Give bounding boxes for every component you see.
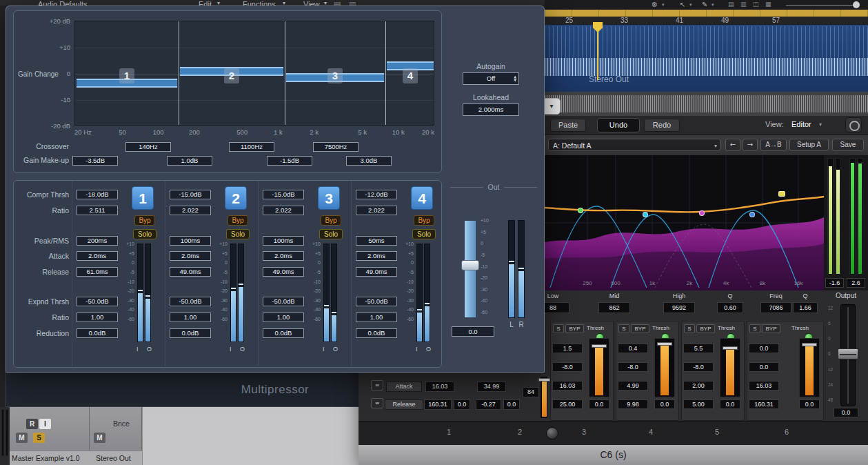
strip-field[interactable]: 160.31 bbox=[749, 399, 779, 409]
strip-field[interactable]: -8.0 bbox=[618, 362, 648, 372]
eq-node-mid[interactable] bbox=[699, 210, 705, 216]
cycle-region-band[interactable] bbox=[545, 10, 868, 17]
input-monitor-button[interactable]: I bbox=[39, 419, 51, 429]
prev-preset-button[interactable]: ← bbox=[725, 139, 740, 151]
partial-field[interactable]: 84 bbox=[523, 387, 539, 397]
reduction-field[interactable]: 0.0dB bbox=[263, 328, 304, 338]
track-name-row[interactable]: Master Example v1.0 bbox=[10, 451, 90, 465]
reduction-field[interactable]: 0.0dB bbox=[77, 328, 118, 338]
panel-toggle-icon[interactable]: ▦ bbox=[765, 1, 771, 8]
strip-field[interactable]: 16.03 bbox=[552, 381, 583, 390]
strip-field[interactable]: 0.4 bbox=[618, 344, 648, 353]
attack-field[interactable]: 2.0ms bbox=[170, 251, 211, 261]
track-header-stereo-out[interactable]: Bnce M Stereo Out bbox=[90, 407, 142, 465]
view-editor-dropdown[interactable]: Editor bbox=[791, 120, 811, 128]
attack-field[interactable]: 2.0ms bbox=[263, 251, 304, 261]
band-menu-button[interactable]: ≡ bbox=[371, 380, 383, 390]
track-header-master[interactable]: R I M S Master Example v1.0 bbox=[10, 407, 90, 465]
undo-button[interactable]: Undo bbox=[597, 118, 640, 132]
out-value-field[interactable]: 0.0 bbox=[452, 326, 494, 337]
strip-solo-button[interactable]: S bbox=[618, 324, 629, 333]
crossover-field[interactable]: 1100Hz bbox=[229, 142, 274, 152]
lookahead-field[interactable]: 2.000ms bbox=[463, 103, 519, 116]
output-fader-handle[interactable] bbox=[838, 348, 858, 359]
eq-node-low[interactable] bbox=[578, 208, 583, 213]
strip-meter-fader[interactable] bbox=[589, 338, 609, 397]
strip-meter-fader[interactable] bbox=[654, 338, 675, 397]
attack-field[interactable]: 2.0ms bbox=[77, 251, 118, 261]
attack-field[interactable]: 2.0ms bbox=[356, 251, 397, 261]
compr-thresh-field[interactable]: -15.0dB bbox=[170, 190, 211, 199]
expand-thresh-field[interactable]: -50.0dB bbox=[356, 297, 397, 306]
band-bypass-button[interactable]: Byp bbox=[321, 215, 341, 226]
strip-field[interactable]: 16.03 bbox=[749, 381, 779, 390]
band-bypass-button[interactable]: Byp bbox=[414, 215, 434, 226]
strip-meter-fader[interactable] bbox=[720, 338, 740, 397]
save-button[interactable]: Save bbox=[832, 139, 864, 151]
strip-field[interactable]: -8.0 bbox=[683, 362, 714, 372]
crossover-field[interactable]: 140Hz bbox=[125, 142, 171, 152]
menu-edit[interactable]: Edit bbox=[199, 0, 212, 6]
gear-icon[interactable]: ⚙ bbox=[652, 1, 658, 8]
track-disclosure-button[interactable]: ▾ bbox=[543, 98, 561, 115]
strip-field[interactable]: 5.5 bbox=[683, 344, 714, 353]
expand-thresh-field[interactable]: -50.0dB bbox=[77, 297, 118, 306]
zoom-slider-track[interactable] bbox=[786, 5, 858, 6]
bounce-button[interactable]: Bnce bbox=[113, 419, 130, 428]
preset-name-field[interactable]: A: Default A ▾ bbox=[548, 139, 720, 151]
track-name-row[interactable]: Stereo Out bbox=[90, 451, 142, 465]
link-icon[interactable] bbox=[845, 117, 862, 132]
eq-node-high[interactable] bbox=[778, 191, 785, 197]
band-menu-button[interactable]: ≡ bbox=[371, 398, 383, 408]
band-solo-button[interactable]: Solo bbox=[226, 229, 250, 239]
strip-gain-field[interactable]: 0.0 bbox=[720, 399, 740, 409]
gain-makeup-field[interactable]: -1.5dB bbox=[267, 156, 312, 166]
release-field[interactable]: 49.0ms bbox=[263, 267, 304, 277]
strip-field[interactable]: 0.0 bbox=[749, 362, 779, 372]
compr-thresh-field[interactable]: -12.0dB bbox=[356, 190, 397, 199]
panel-toggle-icon[interactable]: ◫ bbox=[753, 1, 759, 8]
gain-makeup-field[interactable]: -3.5dB bbox=[72, 156, 118, 166]
strip-field[interactable]: 25.00 bbox=[552, 399, 583, 409]
record-button[interactable]: R bbox=[26, 419, 38, 429]
release-field[interactable]: 0.0 bbox=[454, 399, 470, 410]
setup-a-button[interactable]: Setup A bbox=[789, 139, 829, 151]
strip-bypass-button[interactable]: BYP bbox=[696, 324, 715, 333]
compr-ratio-field[interactable]: 2.022 bbox=[263, 206, 304, 215]
paste-button[interactable]: Paste bbox=[550, 119, 586, 132]
autogain-select[interactable]: Off ▲▼ bbox=[463, 72, 519, 85]
expand-ratio-field[interactable]: 1.00 bbox=[263, 313, 304, 322]
band-bypass-button[interactable]: Byp bbox=[134, 215, 155, 226]
solo-button[interactable]: S bbox=[33, 433, 45, 443]
strip-bypass-button[interactable]: BYP bbox=[762, 324, 780, 333]
release-field[interactable]: 160.31 bbox=[424, 399, 452, 410]
mute-button[interactable]: M bbox=[94, 433, 105, 443]
param-field[interactable]: 0.60 bbox=[717, 302, 743, 313]
strip-gain-field[interactable]: 0.0 bbox=[799, 399, 820, 409]
param-field[interactable]: 7086 bbox=[760, 302, 791, 313]
band-solo-button[interactable]: Solo bbox=[412, 229, 436, 239]
band-solo-button[interactable]: Solo bbox=[319, 229, 343, 239]
eq-node-low-mid[interactable] bbox=[643, 212, 648, 217]
release-field[interactable]: 0.0 bbox=[503, 399, 520, 410]
compr-thresh-field[interactable]: -15.0dB bbox=[263, 190, 304, 199]
expand-ratio-field[interactable]: 1.00 bbox=[170, 313, 211, 322]
strip-field[interactable]: 4.99 bbox=[618, 381, 648, 390]
gain-makeup-field[interactable]: 3.0dB bbox=[346, 156, 392, 166]
strip-bypass-button[interactable]: BYP bbox=[631, 324, 649, 333]
strip-bypass-button[interactable]: BYP bbox=[565, 324, 584, 333]
expand-thresh-field[interactable]: -50.0dB bbox=[170, 297, 211, 306]
param-field[interactable]: 862 bbox=[598, 302, 630, 313]
release-field[interactable]: 49.0ms bbox=[170, 267, 211, 277]
strip-gain-field[interactable]: 0.0 bbox=[589, 399, 609, 409]
strip-solo-button[interactable]: S bbox=[553, 324, 564, 333]
release-field[interactable]: 49.0ms bbox=[356, 267, 397, 277]
panel-toggle-icon[interactable]: ▥ bbox=[740, 1, 747, 8]
crossover-divider[interactable] bbox=[285, 21, 285, 125]
peak-rms-field[interactable]: 100ms bbox=[263, 236, 304, 246]
grid-icon[interactable]: ▤ bbox=[334, 0, 341, 6]
band-solo-button[interactable]: Solo bbox=[133, 229, 157, 239]
compr-ratio-field[interactable]: 2.022 bbox=[170, 206, 211, 215]
strip-field[interactable]: 0.0 bbox=[749, 344, 779, 353]
gain-makeup-field[interactable]: 1.0dB bbox=[167, 156, 212, 166]
